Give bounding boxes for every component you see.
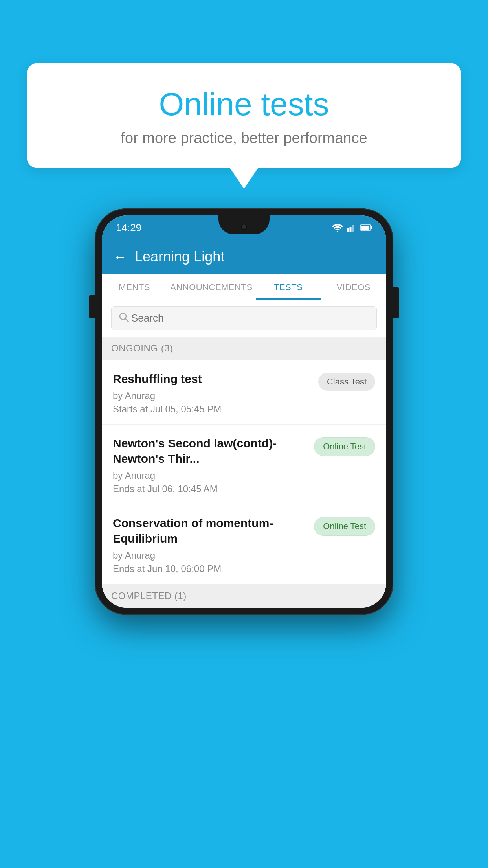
app-header: ← Learning Light <box>102 240 386 274</box>
test-name-2: Newton's Second law(contd)-Newton's Thir… <box>113 436 308 466</box>
front-camera <box>241 224 247 230</box>
app-title: Learning Light <box>135 248 224 265</box>
phone-frame: 14:29 <box>95 208 393 615</box>
test-time-1: Starts at Jul 05, 05:45 PM <box>113 404 312 415</box>
tab-tests[interactable]: TESTS <box>256 274 321 300</box>
search-wrapper <box>111 306 377 330</box>
test-time-3: Ends at Jun 10, 06:00 PM <box>113 563 308 574</box>
svg-rect-1 <box>347 228 349 232</box>
test-item-conservation[interactable]: Conservation of momentum-Equilibrium by … <box>102 504 386 584</box>
bubble-subtitle: for more practice, better performance <box>46 130 442 147</box>
search-input[interactable] <box>111 306 377 330</box>
test-info-3: Conservation of momentum-Equilibrium by … <box>113 515 314 574</box>
battery-icon <box>360 224 372 231</box>
test-list: Reshuffling test by Anurag Starts at Jul… <box>102 360 386 584</box>
svg-point-0 <box>337 231 338 232</box>
bubble-title: Online tests <box>46 86 442 122</box>
phone-notch <box>218 215 270 234</box>
svg-rect-5 <box>371 226 372 229</box>
test-name-3: Conservation of momentum-Equilibrium <box>113 515 308 546</box>
phone-mockup: 14:29 <box>95 208 393 615</box>
test-author-2: by Anurag <box>113 470 308 481</box>
svg-rect-3 <box>352 225 354 232</box>
phone-screen: 14:29 <box>102 215 386 608</box>
search-icon <box>118 311 129 325</box>
wifi-icon <box>332 223 343 232</box>
test-author-1: by Anurag <box>113 390 312 401</box>
test-badge-3: Online Test <box>314 517 375 536</box>
completed-section-header: COMPLETED (1) <box>102 584 386 608</box>
tab-bar: MENTS ANNOUNCEMENTS TESTS VIDEOS <box>102 274 386 300</box>
test-author-3: by Anurag <box>113 550 308 561</box>
test-item-reshuffling[interactable]: Reshuffling test by Anurag Starts at Jul… <box>102 360 386 425</box>
test-info-2: Newton's Second law(contd)-Newton's Thir… <box>113 436 314 495</box>
test-name-1: Reshuffling test <box>113 371 312 386</box>
signal-icon <box>347 224 356 232</box>
tab-announcements[interactable]: ANNOUNCEMENTS <box>167 274 255 300</box>
tab-videos[interactable]: VIDEOS <box>321 274 386 300</box>
svg-rect-6 <box>361 226 369 230</box>
speech-bubble: Online tests for more practice, better p… <box>27 63 461 168</box>
tab-ments[interactable]: MENTS <box>102 274 167 300</box>
svg-line-8 <box>125 318 128 322</box>
svg-rect-2 <box>349 227 351 232</box>
test-item-newton[interactable]: Newton's Second law(contd)-Newton's Thir… <box>102 425 386 504</box>
status-icons <box>332 223 372 232</box>
test-badge-1: Class Test <box>318 373 375 391</box>
search-container <box>102 300 386 337</box>
test-badge-2: Online Test <box>314 437 375 456</box>
back-button[interactable]: ← <box>114 249 127 265</box>
ongoing-section-header: ONGOING (3) <box>102 337 386 360</box>
test-info-1: Reshuffling test by Anurag Starts at Jul… <box>113 371 318 415</box>
status-time: 14:29 <box>116 222 141 234</box>
test-time-2: Ends at Jul 06, 10:45 AM <box>113 484 308 495</box>
